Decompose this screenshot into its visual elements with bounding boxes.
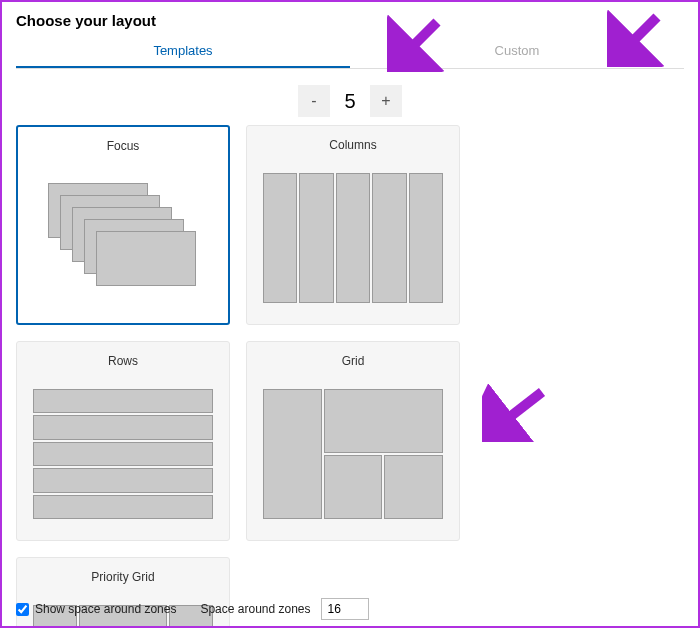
tab-bar: Templates Custom bbox=[16, 35, 684, 69]
preview-focus bbox=[28, 165, 218, 311]
template-label: Columns bbox=[329, 138, 376, 152]
page-title: Choose your layout bbox=[16, 12, 684, 29]
template-rows[interactable]: Rows bbox=[16, 341, 230, 541]
template-grid: Focus Columns Rows Grid Priority Grid bbox=[2, 125, 698, 628]
space-around-label: Space around zones bbox=[200, 602, 310, 616]
template-label: Grid bbox=[342, 354, 365, 368]
template-label: Focus bbox=[107, 139, 140, 153]
show-space-label: Show space around zones bbox=[35, 602, 176, 616]
space-around-input[interactable] bbox=[321, 598, 369, 620]
preview-grid bbox=[257, 380, 449, 528]
show-space-input[interactable] bbox=[16, 603, 29, 616]
decrease-button[interactable]: - bbox=[298, 85, 330, 117]
tab-templates[interactable]: Templates bbox=[16, 35, 350, 68]
zone-count-value: 5 bbox=[330, 90, 370, 113]
template-columns[interactable]: Columns bbox=[246, 125, 460, 325]
preview-columns bbox=[257, 164, 449, 312]
increase-button[interactable]: + bbox=[370, 85, 402, 117]
template-label: Priority Grid bbox=[91, 570, 154, 584]
template-focus[interactable]: Focus bbox=[16, 125, 230, 325]
tab-custom[interactable]: Custom bbox=[350, 35, 684, 68]
template-label: Rows bbox=[108, 354, 138, 368]
footer: Show space around zones Space around zon… bbox=[16, 598, 684, 620]
template-grid[interactable]: Grid bbox=[246, 341, 460, 541]
preview-rows bbox=[27, 380, 219, 528]
zone-count-stepper: - 5 + bbox=[2, 85, 698, 117]
space-around-field: Space around zones bbox=[200, 598, 368, 620]
show-space-checkbox[interactable]: Show space around zones bbox=[16, 602, 176, 616]
